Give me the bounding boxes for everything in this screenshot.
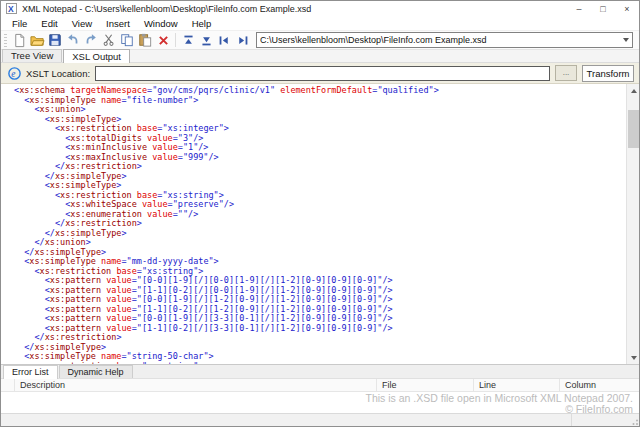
nudge-down-icon <box>200 34 213 47</box>
transform-button[interactable]: Transform <box>582 65 634 82</box>
redo-button[interactable] <box>82 31 100 49</box>
error-column-header[interactable]: Description <box>15 379 377 391</box>
error-column-header[interactable]: Line <box>474 379 560 391</box>
undo-icon <box>66 33 80 47</box>
menu-item[interactable]: Window <box>137 17 185 30</box>
watermark: This is an .XSD file open in Microsoft X… <box>366 393 634 414</box>
xslt-location-input[interactable] <box>95 66 550 81</box>
error-list-body: This is an .XSD file open in Microsoft X… <box>1 392 639 413</box>
new-document-icon <box>12 33 27 48</box>
menu-item[interactable]: Edit <box>34 17 64 30</box>
redo-icon <box>84 33 98 47</box>
save-button[interactable] <box>46 31 64 49</box>
menu-item[interactable]: File <box>5 17 34 30</box>
cut-scissors-icon <box>102 33 116 47</box>
status-panel <box>571 414 627 426</box>
menubar: FileEditViewInsertWindowHelp <box>1 16 639 30</box>
menu-item[interactable]: View <box>65 17 99 30</box>
watermark-line-1: This is an .XSD file open in Microsoft X… <box>366 393 634 404</box>
open-folder-icon <box>30 33 45 48</box>
nudge-right-icon <box>236 34 249 47</box>
internet-explorer-icon: e <box>7 66 22 81</box>
chevron-down-icon[interactable] <box>623 38 629 42</box>
scroll-down-arrow-icon <box>631 356 637 360</box>
error-list-header: DescriptionFileLineColumn <box>1 379 639 392</box>
error-column-header[interactable]: File <box>377 379 474 391</box>
scroll-down-button[interactable] <box>627 351 639 364</box>
resize-grip[interactable] <box>627 414 639 426</box>
paste-button[interactable] <box>136 31 154 49</box>
save-floppy-icon <box>48 33 62 47</box>
open-button[interactable] <box>28 31 46 49</box>
maximize-button[interactable]: □ <box>591 1 615 16</box>
error-panel-tab[interactable]: Dynamic Help <box>59 365 133 378</box>
xml-line: <xs:simpleType name="file-number"> <box>14 96 626 106</box>
view-tab[interactable]: XSL Output <box>63 49 130 63</box>
error-panel-tab[interactable]: Error List <box>3 365 58 379</box>
close-button[interactable]: × <box>615 1 639 16</box>
titlebar[interactable]: X XML Notepad - C:\Users\kellenbloom\Des… <box>1 1 639 16</box>
status-bar <box>1 413 639 426</box>
menu-item[interactable]: Insert <box>99 17 137 30</box>
svg-text:X: X <box>8 4 14 14</box>
vertical-scrollbar[interactable] <box>626 84 639 364</box>
xslt-bar: e XSLT Location: ... Transform <box>1 63 639 84</box>
view-tab[interactable]: Tree View <box>2 49 62 62</box>
address-path: C:\Users\kellenbloom\Desktop\FileInfo.co… <box>260 35 619 45</box>
cut-button[interactable] <box>100 31 118 49</box>
nudge-left-button[interactable] <box>215 31 233 49</box>
app-icon: X <box>6 3 17 14</box>
nudge-left-icon <box>218 34 231 47</box>
copy-icon <box>120 33 134 47</box>
xml-editor[interactable]: <xs:schema targetNamespace="gov/cms/pqrs… <box>1 84 626 364</box>
toolbar-separator <box>175 33 176 47</box>
nudge-up-button[interactable] <box>179 31 197 49</box>
window-title: XML Notepad - C:\Users\kellenbloom\Deskt… <box>22 4 311 14</box>
delete-button[interactable] <box>154 31 172 49</box>
watermark-line-2: © FileInfo.com <box>366 404 634 415</box>
nudge-up-icon <box>182 34 195 47</box>
toolbar: C:\Users\kellenbloom\Desktop\FileInfo.co… <box>1 30 639 50</box>
error-panel-tabs: Error ListDynamic Help <box>1 365 639 379</box>
window-controls: – □ × <box>567 1 639 16</box>
copy-button[interactable] <box>118 31 136 49</box>
delete-x-icon <box>157 34 170 47</box>
browse-button[interactable]: ... <box>555 65 577 81</box>
nudge-right-button[interactable] <box>233 31 251 49</box>
view-tabstrip: Tree ViewXSL Output <box>1 50 639 63</box>
error-icon-column <box>1 379 15 391</box>
svg-text:e: e <box>11 68 15 78</box>
error-panel: Error ListDynamic Help DescriptionFileLi… <box>1 364 639 413</box>
error-column-header[interactable]: Column <box>560 379 639 391</box>
menu-item[interactable]: Help <box>185 17 219 30</box>
scrollbar-thumb[interactable] <box>628 110 639 148</box>
scroll-up-arrow-icon <box>631 89 637 93</box>
minimize-button[interactable]: – <box>567 1 591 16</box>
paste-clipboard-icon <box>138 33 152 47</box>
new-button[interactable] <box>10 31 28 49</box>
undo-button[interactable] <box>64 31 82 49</box>
xslt-location-label: XSLT Location: <box>26 68 90 79</box>
xml-line: </xs:simpleType> <box>14 229 626 239</box>
xml-notepad-window: X XML Notepad - C:\Users\kellenbloom\Des… <box>0 0 640 427</box>
toolbar-grip[interactable] <box>4 34 7 47</box>
nudge-down-button[interactable] <box>197 31 215 49</box>
main-area: <xs:schema targetNamespace="gov/cms/pqrs… <box>1 84 639 364</box>
scroll-up-button[interactable] <box>627 84 639 97</box>
address-bar[interactable]: C:\Users\kellenbloom\Desktop\FileInfo.co… <box>256 32 633 48</box>
